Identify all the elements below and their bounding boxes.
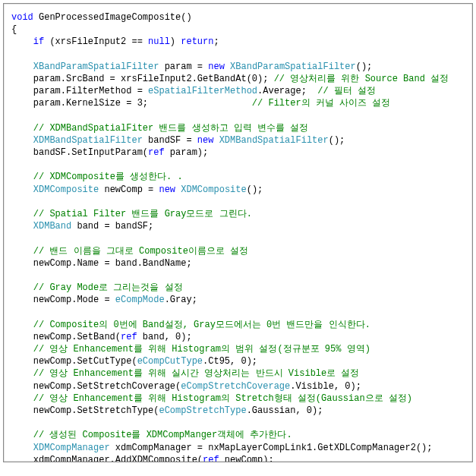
code-text: newComp); (219, 455, 274, 462)
type: XBandParamSpatialFilter (33, 61, 159, 72)
code-text: ; (213, 36, 219, 47)
keyword: ref (148, 147, 165, 158)
code-text: newComp.Mode = (11, 295, 115, 305)
type: eCompStretchType (159, 405, 246, 416)
comment: // Composite의 0번에 Band설정, Gray모드에서는 0번 밴… (33, 320, 370, 330)
code-text (11, 430, 33, 440)
code-text (11, 393, 33, 404)
keyword: ref (121, 332, 137, 342)
comment: // 영상 Enhancement를 위해 Histogram의 Stretch… (33, 393, 412, 404)
code-text (11, 282, 33, 293)
code-text: xdmCompManager.AddXDMComposite( (11, 455, 203, 462)
type: XBandParamSpatialFilter (230, 61, 356, 72)
code-text: param.KernelSize = 3; (11, 98, 252, 109)
type: eCompStretchCoverage (181, 381, 290, 392)
code-text: xdmCompManager = nxMapLayerCompLink1.Get… (110, 443, 433, 453)
type: XDMCompManager (33, 443, 110, 453)
code-text: .Visible, 0); (290, 381, 361, 392)
type: XDMBand (33, 221, 71, 232)
code-text: bandSF.SetInputParam( (11, 147, 148, 158)
code-text: param = (159, 61, 208, 72)
keyword: return (181, 36, 213, 47)
comment: // Gray Mode로 그리는것을 설정 (33, 282, 183, 293)
code-text: newComp.SetBand( (11, 332, 121, 342)
code-text (11, 135, 33, 146)
code-text: .Gray; (165, 295, 197, 305)
code-text (11, 320, 33, 330)
keyword: new (197, 135, 214, 146)
code-text (11, 172, 33, 182)
code-text: param); (165, 147, 209, 158)
comment: // 영상 Enhancement를 위해 실시간 영상처리는 반드시 Visi… (33, 368, 360, 379)
comment: // 생성된 Composite를 XDMCompManger객체에 추가한다. (33, 430, 292, 440)
keyword: new (159, 184, 175, 195)
keyword: void (11, 12, 33, 23)
code-text (11, 184, 33, 195)
type: eCompMode (115, 295, 165, 305)
code-text: (); (356, 61, 373, 72)
code-text (11, 123, 33, 134)
code-text: ) (170, 36, 181, 47)
code-text: .Gaussian, 0); (247, 405, 323, 416)
code-text: (xrsFileInput2 == (44, 36, 148, 47)
type: eCompCutType (137, 356, 203, 367)
code-block: void GenProcessedImageComposite() { if (… (3, 3, 473, 462)
code-text: newComp.SetStretchType( (11, 405, 159, 416)
code-text: .Ct95, 0); (203, 356, 257, 367)
comment: // 영상처리를 위한 Source Band 설정 (274, 74, 449, 84)
code-text (11, 344, 33, 355)
code-text (225, 61, 230, 72)
code-text: { (11, 24, 17, 35)
code-text (11, 36, 33, 47)
code-text (11, 61, 33, 72)
code-text: band, 0); (137, 332, 192, 342)
type: eSpatialFilterMethod (148, 86, 257, 96)
code-text: param.SrcBand = xrsFileInput2.GetBandAt(… (11, 74, 274, 84)
type: XDMComposite (181, 184, 246, 195)
code-text (213, 135, 219, 146)
code-text (11, 443, 33, 453)
comment: // 영상 Enhancement를 위해 Histogram의 범위 설정(정… (33, 344, 370, 355)
comment: // Spatial Filter 밴드를 Gray모드로 그린다. (33, 209, 252, 219)
comment: // Filter의 커널 사이즈 설정 (252, 98, 390, 109)
code-text: band = bandSF; (71, 221, 153, 232)
comment: // XDMComposite를 생성한다. . (33, 172, 183, 182)
code-text: newComp.SetCutType( (11, 356, 137, 367)
code-text: newComp.Name = band.BandName; (11, 258, 192, 269)
code-text (11, 209, 33, 219)
code-text: newComp.SetStretchCoverage( (11, 381, 181, 392)
keyword: new (208, 61, 225, 72)
comment: // 밴드 이름을 그대로 Composite이름으로 설정 (33, 246, 248, 257)
code-text: (); (329, 135, 345, 146)
keyword: ref (203, 455, 219, 462)
type: XDMBandSpatialFilter (219, 135, 329, 146)
comment: // 필터 설정 (317, 86, 376, 96)
code-text: newComp = (99, 184, 159, 195)
code-text: bandSF = (143, 135, 197, 146)
code-text: .Average; (257, 86, 317, 96)
code-text (11, 221, 33, 232)
code-text: param.FilterMethod = (11, 86, 148, 96)
code-text (11, 368, 33, 379)
code-text: (); (247, 184, 263, 195)
type: XDMComposite (33, 184, 99, 195)
comment: // XDMBandSpatialFiter 밴드를 생성하고 입력 변수를 설… (33, 123, 308, 134)
keyword: null (148, 36, 170, 47)
code-text: GenProcessedImageComposite() (33, 12, 192, 23)
keyword: if (33, 36, 44, 47)
code-text (11, 246, 33, 257)
type: XDMBandSpatialFilter (33, 135, 143, 146)
